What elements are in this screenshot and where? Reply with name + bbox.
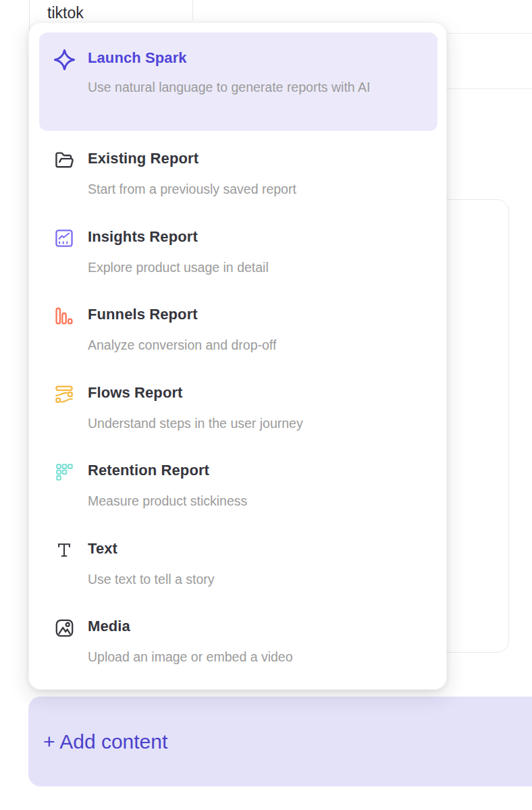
add-content-button[interactable]: + Add content	[28, 697, 532, 786]
spark-icon	[53, 48, 76, 71]
add-content-menu: Launch SparkUse natural language to gene…	[28, 22, 447, 690]
funnel-bars-icon	[53, 304, 76, 327]
menu-item-title: Media	[88, 616, 424, 637]
background-table-border	[29, 0, 30, 31]
add-content-label: + Add content	[43, 732, 167, 752]
background-table-border	[192, 0, 193, 20]
menu-item-title: Retention Report	[88, 460, 424, 481]
menu-item-title: Insights Report	[88, 227, 424, 247]
menu-item-description: Start from a previously saved report	[88, 180, 424, 199]
menu-item-title: Launch Spark	[88, 48, 424, 68]
menu-item-title: Funnels Report	[88, 304, 424, 325]
menu-item-media[interactable]: MediaUpload an image or embed a video	[39, 616, 437, 667]
menu-item-text: Insights ReportExplore product usage in …	[88, 227, 424, 277]
menu-item-description: Analyze conversion and drop-off	[88, 335, 424, 355]
menu-item-insights-report[interactable]: Insights ReportExplore product usage in …	[39, 227, 437, 277]
text-icon	[53, 539, 76, 562]
retention-grid-icon	[53, 460, 76, 483]
menu-item-description: Use text to tell a story	[88, 570, 424, 589]
menu-item-description: Use natural language to generate reports…	[88, 78, 410, 97]
menu-item-existing-report[interactable]: Existing ReportStart from a previously s…	[39, 148, 437, 199]
menu-item-funnels-report[interactable]: Funnels ReportAnalyze conversion and dro…	[39, 304, 437, 355]
flows-icon	[53, 383, 76, 406]
menu-item-title: Text	[88, 539, 424, 559]
menu-item-description: Measure product stickiness	[88, 491, 424, 511]
menu-item-flows-report[interactable]: Flows ReportUnderstand steps in the user…	[39, 383, 437, 433]
menu-item-description: Explore product usage in detail	[88, 258, 424, 277]
menu-item-text: TextUse text to tell a story	[88, 539, 424, 589]
menu-item-text: Launch SparkUse natural language to gene…	[88, 48, 424, 97]
insights-chart-icon	[53, 227, 76, 250]
menu-item-title: Flows Report	[88, 383, 424, 403]
media-image-icon	[53, 616, 76, 639]
menu-item-launch-spark[interactable]: Launch SparkUse natural language to gene…	[39, 32, 437, 131]
background-table-cell-text: tiktok	[47, 4, 84, 22]
menu-item-text: Flows ReportUnderstand steps in the user…	[88, 383, 424, 433]
menu-item-text: Retention ReportMeasure product stickine…	[88, 460, 424, 511]
folder-open-icon	[53, 148, 76, 171]
menu-item-title: Existing Report	[88, 148, 424, 169]
screen: tiktok Launch SparkUse natural language …	[0, 0, 532, 810]
menu-item-description: Upload an image or embed a video	[88, 647, 424, 667]
menu-item-text: MediaUpload an image or embed a video	[88, 616, 424, 667]
menu-item-text: Funnels ReportAnalyze conversion and dro…	[88, 304, 424, 355]
menu-item-description: Understand steps in the user journey	[88, 414, 424, 433]
menu-item-text[interactable]: TextUse text to tell a story	[39, 539, 437, 589]
menu-item-retention-report[interactable]: Retention ReportMeasure product stickine…	[39, 460, 437, 511]
menu-item-text: Existing ReportStart from a previously s…	[88, 148, 424, 199]
